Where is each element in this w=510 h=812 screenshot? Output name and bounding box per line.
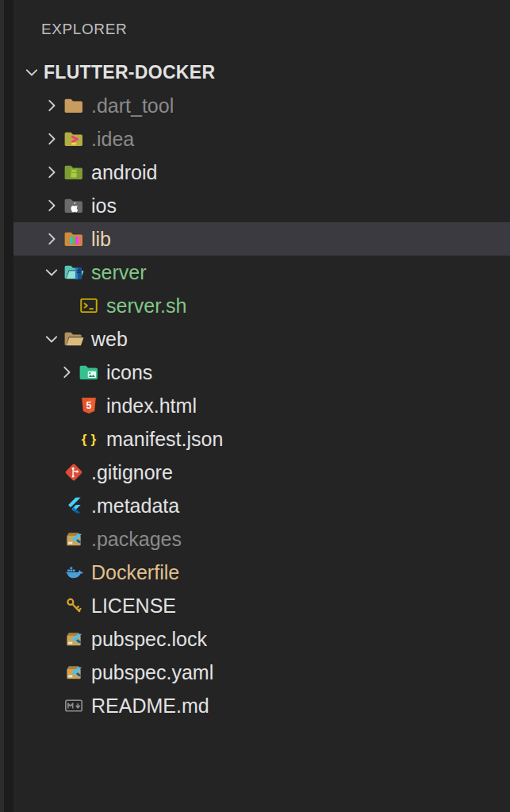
docker-whale-icon: [63, 562, 84, 583]
item-label: server.sh: [106, 294, 186, 317]
svg-text:{ }: { }: [82, 431, 97, 447]
chevron-spacer: [55, 289, 79, 322]
tree-item-index-html[interactable]: 5index.html: [13, 389, 510, 422]
json-braces-icon: { }: [79, 429, 99, 449]
item-label: pubspec.yaml: [91, 661, 213, 684]
chevron-spacer: [40, 689, 63, 722]
html5-icon: 5: [79, 395, 99, 416]
chevron-spacer: [40, 522, 63, 556]
item-label: server: [91, 261, 146, 284]
item-label: .gitignore: [91, 461, 173, 484]
chevron-spacer: [55, 422, 79, 456]
item-label: LICENSE: [91, 595, 176, 618]
item-label: FLUTTER-DOCKER: [44, 62, 215, 83]
item-label: Dockerfile: [91, 561, 179, 584]
item-label: lib: [91, 228, 111, 251]
tree-item-metadata[interactable]: .metadata: [13, 489, 510, 522]
tree-item-server[interactable]: server: [13, 256, 510, 289]
explorer-sidebar: EXPLORER FLUTTER-DOCKER.dart_tool.ideaan…: [0, 0, 510, 812]
folder-ios-icon: [63, 195, 84, 216]
tree-item-lib[interactable]: lib: [13, 222, 510, 256]
folder-dart-tool-icon: [63, 95, 84, 116]
chevron-down-icon[interactable]: [40, 322, 63, 356]
file-tree: FLUTTER-DOCKER.dart_tool.ideaandroidiosl…: [13, 56, 510, 722]
tree-item-packages[interactable]: .packages: [13, 522, 510, 556]
chevron-spacer: [40, 556, 63, 589]
console-icon: [79, 295, 99, 316]
tree-item-dockerfile[interactable]: Dockerfile: [13, 556, 510, 589]
chevron-spacer: [40, 589, 63, 622]
tree-item-manifest-json[interactable]: { }manifest.json: [13, 422, 510, 456]
tree-root-flutter-docker[interactable]: FLUTTER-DOCKER: [13, 56, 510, 89]
item-label: android: [91, 161, 157, 184]
chevron-right-icon[interactable]: [40, 189, 63, 222]
item-label: .idea: [91, 128, 134, 151]
item-label: icons: [106, 361, 152, 384]
item-label: pubspec.lock: [91, 628, 207, 651]
chevron-spacer: [40, 656, 63, 689]
package-flutter-icon: [63, 629, 84, 649]
item-label: .metadata: [91, 495, 179, 518]
folder-lib-icon: [63, 229, 84, 249]
tree-item-ios[interactable]: ios: [13, 189, 510, 222]
item-label: index.html: [106, 394, 197, 418]
tree-item-license[interactable]: LICENSE: [13, 589, 510, 622]
folder-server-open-icon: [63, 262, 84, 283]
tree-item-pubspec-yaml[interactable]: pubspec.yaml: [13, 656, 510, 689]
folder-android-icon: [63, 162, 84, 183]
chevron-right-icon[interactable]: [55, 356, 79, 389]
chevron-spacer: [40, 489, 63, 522]
item-label: ios: [91, 194, 117, 217]
chevron-down-icon[interactable]: [40, 256, 63, 289]
tree-item-web[interactable]: web: [13, 322, 510, 356]
package-flutter-icon: [63, 529, 84, 549]
key-icon: [63, 595, 84, 616]
git-icon: [63, 462, 84, 483]
tree-item-dart-tool[interactable]: .dart_tool: [13, 89, 510, 122]
tree-item-gitignore[interactable]: .gitignore: [13, 456, 510, 489]
item-label: web: [91, 328, 128, 351]
chevron-down-icon[interactable]: [20, 56, 44, 89]
chevron-right-icon[interactable]: [40, 156, 63, 189]
tree-item-icons[interactable]: icons: [13, 356, 510, 389]
chevron-spacer: [55, 389, 79, 422]
markdown-icon: [63, 695, 84, 716]
item-label: .dart_tool: [91, 94, 174, 117]
left-edge-strip-inner: [4, 0, 13, 812]
folder-idea-icon: [63, 129, 84, 149]
chevron-spacer: [40, 456, 63, 489]
chevron-right-icon[interactable]: [40, 222, 63, 256]
tree-item-android[interactable]: android: [13, 156, 510, 189]
folder-web-open-icon: [63, 329, 84, 349]
chevron-right-icon[interactable]: [40, 89, 63, 122]
tree-item-pubspec-lock[interactable]: pubspec.lock: [13, 622, 510, 656]
flutter-icon: [63, 495, 84, 516]
folder-images-icon: [79, 362, 99, 383]
item-label: manifest.json: [106, 428, 223, 451]
package-flutter-icon: [63, 662, 84, 683]
explorer-title: EXPLORER: [41, 21, 510, 38]
item-label: README.md: [91, 695, 209, 718]
item-label: .packages: [91, 528, 182, 551]
svg-text:5: 5: [86, 400, 92, 411]
explorer-pane: EXPLORER FLUTTER-DOCKER.dart_tool.ideaan…: [13, 0, 510, 812]
chevron-right-icon[interactable]: [40, 122, 63, 156]
tree-item-server-sh[interactable]: server.sh: [13, 289, 510, 322]
chevron-spacer: [40, 622, 63, 656]
tree-item-idea[interactable]: .idea: [13, 122, 510, 156]
tree-item-readme-md[interactable]: README.md: [13, 689, 510, 722]
